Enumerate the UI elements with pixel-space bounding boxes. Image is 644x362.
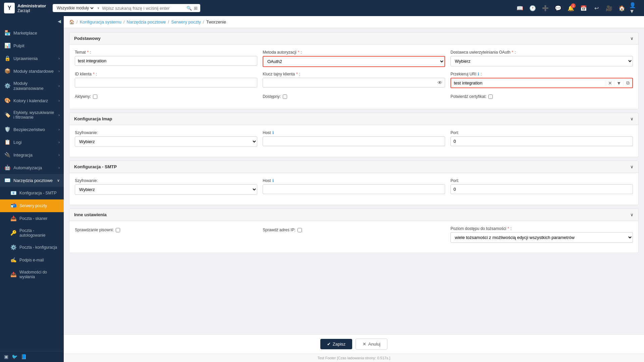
input-redirect-uri[interactable] [451, 78, 606, 87]
sidebar-item-narzedzia[interactable]: ✉️ Narzędzia pocztowe ∨ [0, 174, 64, 187]
sidebar-footer: ▣ 🐦 📘 [0, 351, 64, 362]
section-podstawowy-header[interactable]: Podstawowy ∨ [69, 33, 638, 45]
eye-icon[interactable]: 👁 [437, 80, 442, 85]
inne-form-row: Sprawdzanie pisowni: Sprawdź adres IP: [75, 226, 633, 243]
checkbox-dostepny[interactable] [283, 95, 287, 99]
sidebar-sub-poczta-autolog[interactable]: 🔑 Poczta - autologowanie [0, 225, 64, 241]
inne-group-adres-ip: Sprawdź adres IP: [263, 226, 445, 243]
chevron-icon: › [58, 166, 60, 170]
imap-select-szyfrowanie[interactable]: Wybierz [75, 136, 257, 147]
home-breadcrumb-icon[interactable]: 🏠 [69, 19, 74, 24]
section-inne-header[interactable]: Inne ustawienia ∨ [69, 209, 638, 221]
input-id-klienta[interactable] [75, 78, 257, 87]
podpis-icon: ✍️ [10, 257, 17, 263]
checkbox-adres-ip[interactable] [298, 228, 302, 232]
breadcrumb: 🏠 / Konfiguracja systemu / Narzędzia poc… [64, 16, 644, 28]
video-icon[interactable]: 🎥 [604, 3, 614, 13]
imap-input-port[interactable] [450, 136, 633, 146]
smtp-select-szyfrowanie[interactable]: Wybierz [75, 184, 257, 195]
sidebar-sub-serwery-poczty[interactable]: 📬 Serwery poczty [0, 199, 64, 212]
label-adres-ip: Sprawdź adres IP: [263, 228, 296, 232]
calendar-icon[interactable]: 📅 [578, 3, 589, 13]
chat-icon[interactable]: 💬 [553, 3, 564, 13]
history-icon[interactable]: ↩ [591, 3, 602, 13]
footer-twitter-icon[interactable]: 🐦 [12, 354, 17, 359]
checkbox-dostepny-wrap: Dostępny: [263, 94, 445, 99]
smtp-input-host[interactable] [263, 184, 445, 194]
sidebar-item-etykiety[interactable]: 🏷️ Etykiety, wyszukiwanie i filtrowanie … [0, 107, 64, 123]
bell-icon[interactable]: 🔔 1 [566, 3, 576, 13]
save-check-icon: ✔ [327, 342, 331, 347]
checkbox-pisownia[interactable] [116, 228, 120, 232]
footer-grid-icon[interactable]: ▣ [4, 354, 8, 359]
section-inne-title: Inne ustawienia [74, 212, 107, 217]
smtp-label-port: Port: [450, 178, 633, 183]
checkbox-aktywny[interactable] [93, 95, 97, 99]
logi-icon: 📋 [4, 139, 11, 145]
breadcrumb-konfiguracja[interactable]: Konfiguracja systemu [80, 19, 121, 24]
sidebar-collapse-btn[interactable]: ◀ [0, 16, 64, 26]
sidebar-sub-poczta-skaner[interactable]: 📥 Poczta - skaner [0, 212, 64, 225]
uri-clear-btn[interactable]: ✕ [606, 80, 614, 86]
sidebar-item-marketplace[interactable]: 🏪 Marketplace [0, 26, 64, 39]
select-metoda[interactable]: OAuth2 [263, 56, 445, 67]
checkbox-certyfikat[interactable] [488, 95, 493, 99]
breadcrumb-narzedzia[interactable]: Narzędzia pocztowe [127, 19, 166, 24]
label-dostawca: Dostawca uwierzytelniania OAuth*: [450, 50, 633, 55]
input-klucz[interactable] [263, 78, 445, 87]
sidebar-sub-podpis[interactable]: ✍️ Podpis e-mail [0, 254, 64, 266]
input-temat[interactable] [75, 56, 257, 66]
sidebar-item-moduly-zaawansowane[interactable]: ⚙️ Moduły zaawansowane › [0, 77, 64, 94]
search-icon[interactable]: 🔍 [186, 6, 192, 11]
sidebar-sub-konfiguracja-smtp[interactable]: 📧 Konfiguracja - SMTP [0, 187, 64, 199]
sidebar-item-moduly-standardowe[interactable]: 📦 Moduły standardowe › [0, 65, 64, 77]
home-icon[interactable]: 🏠 [616, 3, 627, 13]
info-icon-redirect[interactable]: ℹ [478, 72, 479, 76]
sidebar-item-bezpieczenstwo[interactable]: 🛡️ Bezpieczeństwo › [0, 123, 64, 136]
label-redirect-uri: Przekieruj URI ℹ: [450, 72, 633, 76]
search-input[interactable] [102, 6, 184, 11]
sidebar-item-logi[interactable]: 📋 Logi › [0, 136, 64, 148]
section-collapse-icon: ∨ [630, 36, 634, 41]
label-poziom-dostepu: Poziom dostępu do tożsamości*: [450, 226, 633, 231]
sidebar-sub-poczta-konfig[interactable]: ⚙️ Poczta - konfiguracja [0, 241, 64, 254]
section-imap-header[interactable]: Konfiguracja Imap ∨ [69, 113, 638, 125]
footer-fb-icon[interactable]: 📘 [21, 354, 26, 359]
redirect-uri-wrap: ✕ ▼ ⧉ [450, 78, 633, 88]
search-bar: Wszystkie moduły ▼ 🔍 ⊞ [53, 4, 200, 12]
uri-copy-btn[interactable]: ⧉ [623, 80, 632, 86]
sidebar-item-kolory[interactable]: 🎨 Kolory i kalendarz › [0, 94, 64, 107]
plus-icon[interactable]: ➕ [540, 3, 551, 13]
select-dostawca[interactable]: Wybierz [450, 56, 633, 66]
sidebar-sub-wiadomosci[interactable]: 📤 Wiadomości do wysłania [0, 266, 64, 283]
sidebar-item-uprawnienia[interactable]: 🔒 Uprawnienia › [0, 52, 64, 65]
imap-input-host[interactable] [263, 136, 445, 146]
sidebar-item-integracja[interactable]: 🔌 Integracja › [0, 148, 64, 161]
sidebar-item-automatyzacja[interactable]: 🤖 Automatyzacja › [0, 161, 64, 174]
topbar-user: Administrator Zarząd [17, 3, 46, 13]
grid-icon[interactable]: ⊞ [194, 6, 198, 11]
smtp-host-info-icon[interactable]: ℹ [272, 178, 274, 183]
select-poziom-dostepu[interactable]: wiele tożsamości z możliwością edycji ws… [450, 232, 633, 243]
inne-collapse-icon: ∨ [630, 212, 634, 217]
section-konfiguracja-imap: Konfiguracja Imap ∨ Szyfrowanie: Wybierz [69, 113, 639, 157]
clock-icon[interactable]: 🕐 [527, 3, 538, 13]
imap-label-port: Port: [450, 130, 633, 135]
breadcrumb-serwery[interactable]: Serwery poczty [171, 19, 201, 24]
sidebar-item-pulpit[interactable]: 📊 Pulpit [0, 39, 64, 52]
imap-group-host: Host ℹ [263, 130, 445, 147]
notification-badge: 1 [571, 3, 576, 8]
cancel-button[interactable]: ✕ Anuluj [356, 339, 387, 350]
save-button[interactable]: ✔ Zapisz [320, 339, 352, 349]
pisownia-checkbox-wrap: Sprawdzanie pisowni: [75, 228, 257, 232]
book-icon[interactable]: 📖 [515, 3, 525, 13]
section-smtp-header[interactable]: Konfiguracja - SMTP ∨ [69, 161, 638, 173]
form-row-3: Aktywny: Dostępny: Pot [75, 93, 633, 99]
imap-host-info-icon[interactable]: ℹ [272, 130, 274, 135]
uri-chevron-btn[interactable]: ▼ [614, 80, 623, 86]
smtp-input-port[interactable] [450, 184, 633, 194]
user-menu-icon[interactable]: 👤 ▼ [629, 3, 640, 13]
label-aktywny: Aktywny: [75, 94, 91, 99]
smtp-group-host: Host ℹ [263, 178, 445, 195]
module-select[interactable]: Wszystkie moduły [55, 5, 95, 11]
